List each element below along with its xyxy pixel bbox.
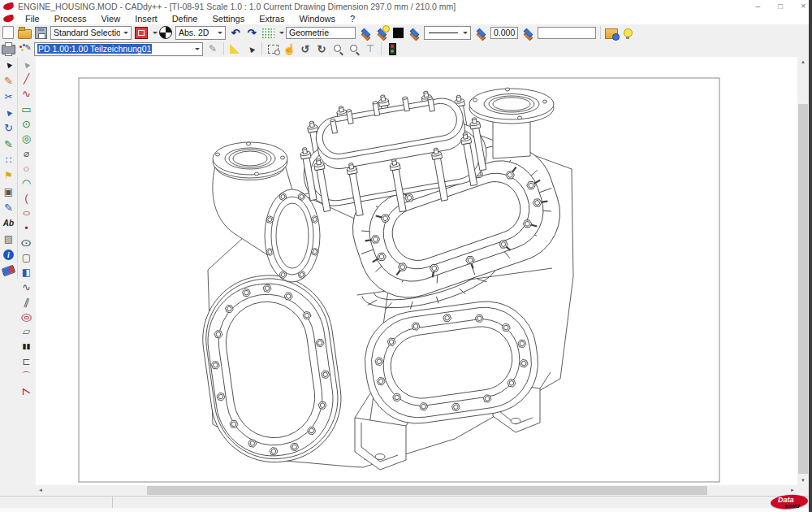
info-icon[interactable]	[0, 247, 17, 263]
line-style-combo[interactable]	[424, 26, 471, 40]
redo-button[interactable]: ↷	[244, 25, 259, 40]
redraw-button[interactable]: ↺	[298, 41, 313, 56]
scroll-left-icon[interactable]: ◄	[38, 488, 43, 492]
new-document-button[interactable]	[1, 25, 15, 40]
edit-pencil-icon[interactable]: ✎	[0, 73, 17, 89]
vertical-scrollbar[interactable]: ▲ ▼	[797, 57, 809, 485]
zoom-sheet-button[interactable]	[347, 41, 361, 56]
spline-tool-icon[interactable]: ∿	[18, 87, 35, 102]
line-width-input[interactable]	[490, 27, 518, 39]
rib-section-tool-icon[interactable]: ▮▮	[18, 340, 35, 354]
box-3d-tool-icon[interactable]: ▱	[18, 324, 35, 339]
rotate-copy-icon[interactable]: ↻	[0, 120, 17, 137]
horizontal-scrollbar[interactable]: ◄ ►	[36, 485, 797, 496]
line-tool-icon[interactable]: ╱	[18, 72, 35, 86]
selection-mode-combo[interactable]: Standard Selection	[50, 26, 132, 40]
offset-contour-tool-icon[interactable]: ⊏	[18, 354, 35, 369]
vertical-scrollbar-thumb[interactable]	[798, 104, 808, 474]
trim-scissors-icon[interactable]: ✂	[0, 89, 17, 105]
ellipse-axes-tool-icon[interactable]: ⊙	[18, 236, 35, 250]
menu-item-view[interactable]: View	[93, 14, 127, 24]
fillet-tool-icon[interactable]: ⌒	[18, 369, 35, 384]
hatch-tool-icon[interactable]: ▨	[0, 232, 17, 248]
info-icon	[3, 249, 14, 260]
parallel-tool-icon[interactable]: ∥	[18, 295, 35, 310]
menu-item-help[interactable]: ?	[343, 14, 362, 24]
arc-tool-icon[interactable]: ◠	[18, 176, 35, 190]
chevron-down-icon[interactable]	[153, 32, 158, 37]
sketch-pencil-icon[interactable]: ✎	[0, 137, 17, 153]
chamfer-tool-icon[interactable]: ∠	[18, 384, 35, 399]
chevron-down-icon[interactable]	[279, 32, 284, 37]
zone-flag-icon[interactable]: ⚑	[0, 168, 17, 184]
save-button[interactable]	[33, 25, 48, 40]
eraser-icon[interactable]	[0, 263, 17, 280]
selection-box-button[interactable]	[134, 25, 149, 40]
menu-item-windows[interactable]: Windows	[292, 14, 343, 24]
setsquare-button[interactable]	[227, 41, 242, 56]
polyline-tool-icon[interactable]: ∿	[18, 280, 35, 294]
print-button[interactable]	[1, 41, 15, 56]
maximize-button[interactable]: □	[778, 2, 783, 11]
grid-button[interactable]	[261, 25, 275, 40]
drawing-selector-combo[interactable]: PD 1.00:1.00 Teilzeichnung01	[34, 42, 203, 56]
menu-item-file[interactable]: File	[18, 14, 47, 24]
open-button[interactable]	[17, 25, 32, 40]
pick-tool-icon[interactable]: ▲	[18, 57, 35, 72]
coordinate-mode-combo[interactable]: Abs. 2D	[175, 26, 226, 40]
circle-concentric-tool-icon[interactable]: ◎	[18, 131, 35, 145]
select-arrow-icon[interactable]: ▲	[0, 57, 17, 73]
close-button[interactable]: ×	[801, 2, 806, 11]
group-manager-button[interactable]	[604, 25, 619, 40]
scroll-down-icon[interactable]: ▼	[797, 478, 809, 483]
setsquare-select-button[interactable]: ▲	[244, 41, 258, 56]
circle-center-tool-icon[interactable]: ⊙	[18, 116, 35, 131]
snap-points-icon[interactable]: ∷	[0, 152, 17, 168]
layer-down-button[interactable]	[358, 25, 373, 40]
text-tool-icon[interactable]: Ab	[0, 215, 17, 232]
menu-item-settings[interactable]: Settings	[205, 14, 252, 24]
layer-visibility-button[interactable]	[374, 25, 389, 40]
rounded-rect-tool-icon[interactable]: ▢	[18, 250, 35, 265]
menu-item-insert[interactable]: Insert	[127, 14, 165, 24]
ellipse-tool-icon[interactable]: ○	[18, 206, 35, 220]
zoom-fit-button[interactable]	[330, 41, 345, 56]
pan-button[interactable]: ☝	[282, 41, 296, 56]
scroll-up-icon[interactable]: ▲	[797, 59, 809, 64]
minimize-button[interactable]: –	[756, 2, 761, 11]
drawing-canvas[interactable]	[36, 57, 797, 485]
document-icon[interactable]	[2, 14, 15, 23]
pen-icon: ✎	[209, 44, 217, 54]
select-element-icon[interactable]: ▲	[0, 105, 17, 121]
rotate-view-button[interactable]: ↻	[314, 41, 329, 56]
draft-pencil-icon[interactable]: ✎	[0, 200, 17, 216]
attribute-input[interactable]	[538, 27, 596, 39]
circle-radius-tool-icon[interactable]: ⌀	[18, 146, 35, 161]
fill-tool-icon[interactable]: ◧	[18, 265, 35, 280]
quadrant-display-button[interactable]	[158, 25, 173, 40]
circle-tool-icon[interactable]: ○	[18, 161, 35, 176]
ellipse-ring-tool-icon[interactable]: ◎	[18, 310, 35, 324]
scroll-right-icon[interactable]: ►	[790, 488, 795, 492]
horizontal-scrollbar-thumb[interactable]	[147, 486, 707, 495]
group-name-input[interactable]	[286, 27, 356, 39]
rectangle-tool-icon[interactable]: ▭	[18, 102, 35, 116]
pen-settings-button[interactable]	[17, 41, 32, 56]
save-icon	[35, 27, 47, 39]
menu-item-define[interactable]: Define	[165, 14, 205, 24]
layer-manager-button[interactable]	[620, 25, 635, 40]
layer-linestyle-button[interactable]	[473, 25, 488, 40]
zoom-window-button[interactable]	[266, 41, 280, 56]
edit-drawing-button[interactable]: ✎	[205, 41, 220, 56]
layer-color-button[interactable]	[407, 25, 421, 40]
menu-item-extras[interactable]: Extras	[252, 14, 292, 24]
measure-button[interactable]: ⊤	[363, 41, 378, 56]
layer-width-button[interactable]	[520, 25, 535, 40]
point-tool-icon[interactable]: •	[18, 220, 35, 235]
undo-button[interactable]: ↶	[228, 25, 243, 40]
arc-3point-tool-icon[interactable]: (	[18, 191, 35, 206]
menu-item-process[interactable]: Process	[47, 14, 94, 24]
regen-state-button[interactable]	[385, 41, 400, 56]
current-color-button[interactable]	[391, 25, 405, 40]
detail-window-icon[interactable]: ▣	[0, 184, 17, 200]
